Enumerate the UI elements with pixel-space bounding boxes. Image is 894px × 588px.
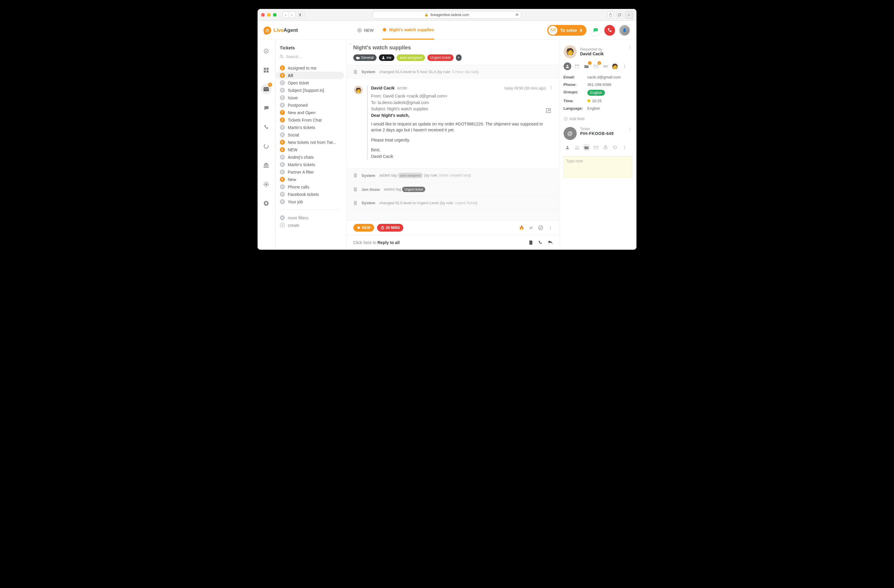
minimize-window-icon[interactable] (267, 13, 270, 17)
filter-row[interactable]: 0Open ticket (276, 79, 344, 86)
mail-icon[interactable]: 1 (592, 62, 600, 70)
transfer-icon[interactable]: ⇄ (529, 225, 533, 230)
open-external-icon[interactable] (546, 108, 551, 113)
fire-icon[interactable]: 🔥 (519, 225, 524, 230)
more-actions-button[interactable]: ⋮ (548, 225, 553, 230)
reply-row[interactable]: Click here to Reply to all (347, 235, 559, 250)
folder-icon[interactable] (583, 62, 590, 70)
filter-row[interactable]: 7New and Open (276, 109, 344, 116)
logo[interactable]: LiveAgent (263, 26, 298, 34)
rail-star-icon[interactable] (261, 198, 272, 209)
to-solve-button[interactable]: To solve 6 (547, 25, 586, 36)
share-button[interactable] (607, 12, 614, 18)
reload-icon[interactable]: ⟳ (516, 13, 519, 17)
filter-count: 0 (280, 155, 285, 160)
rail-gear-icon[interactable] (261, 179, 272, 190)
ticket-more-button[interactable]: ⋮ (628, 127, 632, 132)
auto-chip[interactable]: auto-assigned (397, 54, 425, 61)
rail-spinner-icon[interactable] (261, 141, 272, 152)
rail-dashboard-icon[interactable] (261, 65, 272, 75)
assignee-chip[interactable]: me (379, 54, 394, 61)
filter-row[interactable]: 0Social (276, 131, 344, 139)
back-button[interactable]: ‹ (350, 42, 351, 46)
svg-rect-29 (266, 182, 266, 183)
tab-active-ticket[interactable]: Night's watch supplies (382, 21, 434, 39)
filter-row[interactable]: 9All (276, 72, 344, 79)
window-icon[interactable] (573, 62, 581, 70)
note-input[interactable]: Type note (563, 156, 632, 178)
filter-label: Your job (288, 199, 340, 204)
sidebar-toggle-button[interactable] (298, 12, 305, 18)
svg-line-11 (383, 28, 384, 29)
phone-button[interactable] (604, 25, 615, 36)
link-icon[interactable] (602, 62, 609, 70)
search-input[interactable]: Search ... (276, 53, 344, 60)
close-window-icon[interactable] (261, 13, 265, 17)
history-icon[interactable] (611, 143, 619, 151)
svg-point-46 (566, 65, 568, 66)
ticket-tools-more-button[interactable]: ⋮ (621, 143, 628, 151)
requester-avatar[interactable]: 🧑 (563, 45, 577, 58)
filter-row[interactable]: 0Partner A filter (276, 168, 344, 176)
filter-row[interactable]: 1Assigned to me (276, 64, 344, 72)
tab-new[interactable]: NEW (358, 21, 374, 39)
svg-point-28 (265, 183, 267, 185)
create-filter-button[interactable]: create (276, 222, 344, 229)
filter-row[interactable]: 6New tickets not from Twi... (276, 139, 344, 146)
filter-row[interactable]: 0Issue (276, 94, 344, 101)
filter-row[interactable]: 0Andrej's chats (276, 154, 344, 161)
filter-row[interactable]: 0Facebook tickets (276, 190, 344, 198)
filter-label: Tickets From Chat (288, 118, 340, 122)
person-icon[interactable] (563, 62, 571, 70)
at-icon: @ (563, 127, 577, 140)
new-tab-button[interactable]: + (625, 11, 633, 19)
filter-row[interactable]: 0Subject [Support.in] (276, 86, 344, 94)
alarm-icon[interactable] (602, 143, 609, 151)
resolve-icon[interactable] (538, 225, 543, 230)
rail-chat-icon[interactable] (261, 103, 272, 113)
rail-phone-icon[interactable] (261, 122, 272, 133)
status-new-pill[interactable]: NEW (353, 224, 374, 232)
rail-bank-icon[interactable] (261, 160, 272, 170)
filter-label: Facebook tickets (288, 192, 340, 197)
filter-row[interactable]: 0Martin's tickets (276, 124, 344, 131)
svg-rect-32 (268, 184, 269, 185)
filter-row[interactable]: 0Phone calls (276, 183, 344, 190)
filter-row[interactable]: 0Your job (276, 198, 344, 205)
folder-chip[interactable]: General (353, 54, 377, 61)
svg-rect-30 (266, 186, 266, 187)
folder-icon[interactable] (583, 143, 590, 151)
status-timer-pill[interactable]: 20 MINS (377, 224, 403, 232)
filter-row[interactable]: 6NEW (276, 146, 344, 154)
contact-more-button[interactable]: ⋮ (621, 62, 628, 70)
maximize-window-icon[interactable] (273, 13, 276, 17)
chat-button[interactable] (590, 25, 601, 36)
filter-row[interactable]: 6New (276, 176, 344, 183)
attach-icon[interactable] (529, 240, 533, 245)
filter-row[interactable]: 0Martin's tickets (276, 161, 344, 168)
mail-icon[interactable] (592, 143, 600, 151)
filter-row[interactable]: 0Postponed (276, 101, 344, 109)
person-icon[interactable] (563, 143, 571, 151)
add-field-button[interactable]: Add field (563, 116, 632, 121)
ticket-main: ‹ Night's watch supplies General me auto… (347, 40, 559, 250)
people-icon[interactable] (573, 143, 581, 151)
filter-row[interactable]: 2Tickets From Chat (276, 116, 344, 124)
message-more-button[interactable]: ⋮ (549, 85, 553, 90)
reply-icon[interactable] (548, 240, 553, 245)
user-avatar[interactable]: 👤 (619, 24, 631, 36)
agent-avatar-icon[interactable]: 🧑 (611, 62, 619, 70)
more-filters-button[interactable]: ▾ more filters (276, 214, 344, 222)
address-bar[interactable]: 🔒 liveagentlive.ladesk.com ⟳ (373, 11, 521, 19)
rail-check-icon[interactable] (261, 46, 272, 56)
add-chip-button[interactable]: + (456, 54, 462, 61)
phone-icon[interactable] (538, 240, 542, 245)
requester-more-button[interactable]: ⋮ (628, 45, 632, 50)
nav-back-button[interactable]: ‹ (282, 12, 289, 18)
urgent-chip[interactable]: Urgent ticket (427, 54, 453, 61)
svg-rect-24 (265, 165, 266, 167)
tabs-button[interactable] (616, 12, 623, 18)
rail-mail-icon[interactable]: 1 (261, 84, 272, 95)
nav-forward-button[interactable]: › (289, 12, 296, 18)
filter-label: New (288, 177, 340, 182)
